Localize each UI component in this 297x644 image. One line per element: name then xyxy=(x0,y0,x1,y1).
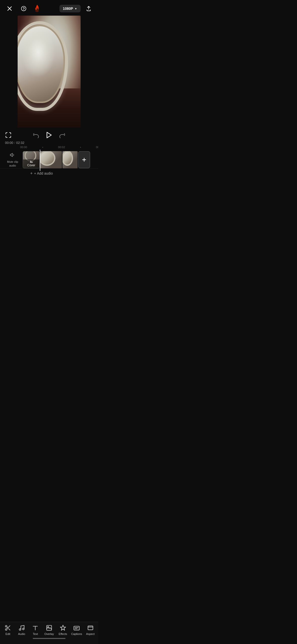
video-frame xyxy=(18,16,81,128)
svg-marker-5 xyxy=(47,132,51,138)
svg-point-7 xyxy=(30,161,31,162)
top-bar-right: 1080P ▼ xyxy=(59,4,93,13)
video-thumbnail xyxy=(18,16,81,128)
timeline-marker-0: 00:00 xyxy=(20,146,27,149)
playback-controls xyxy=(0,128,98,141)
clip-track-container: Mute clipaudio Cover xyxy=(0,150,98,180)
clip-thumb-1-oval xyxy=(40,151,55,166)
window-light-reflection xyxy=(21,27,56,77)
add-audio-label: + Add audio xyxy=(34,171,53,175)
help-button[interactable] xyxy=(19,4,28,13)
add-audio-plus-icon: + xyxy=(30,171,32,176)
playhead-line xyxy=(40,150,40,171)
timeline-marker-1: 00:02 xyxy=(58,146,65,149)
svg-marker-6 xyxy=(10,153,12,157)
time-separator: / xyxy=(14,141,15,145)
add-audio-row: + + Add audio xyxy=(0,168,98,178)
quality-label: 1080P xyxy=(63,7,73,11)
fullscreen-button[interactable] xyxy=(5,132,12,138)
timeline-ruler: 00:00 00:02 00 xyxy=(0,146,98,150)
clip-track: Mute clipaudio Cover xyxy=(0,151,98,168)
cover-label-wrap: Cover xyxy=(23,159,40,168)
cover-thumbnail[interactable]: Cover xyxy=(23,151,40,168)
timeline-dot-2 xyxy=(80,147,81,148)
timeline-marker-2: 00 xyxy=(96,146,98,149)
total-time: 02:32 xyxy=(16,141,24,145)
top-bar: 1080P ▼ xyxy=(0,0,98,16)
brand-flame-icon xyxy=(33,4,41,13)
close-button[interactable] xyxy=(5,4,14,13)
undo-button[interactable] xyxy=(33,132,39,138)
video-preview xyxy=(0,16,98,128)
add-clip-button[interactable] xyxy=(78,151,90,168)
clip-thumb-2[interactable] xyxy=(62,151,78,168)
quality-selector[interactable]: 1080P ▼ xyxy=(59,5,81,12)
playback-center xyxy=(33,131,65,139)
svg-point-3 xyxy=(24,10,24,10)
svg-point-4 xyxy=(35,10,39,12)
timeline-dot-1 xyxy=(42,147,43,148)
redo-button[interactable] xyxy=(59,132,65,138)
content-spacer xyxy=(0,180,98,195)
timeline-playhead-container xyxy=(40,151,98,168)
quality-arrow-icon: ▼ xyxy=(75,7,77,10)
top-bar-left xyxy=(5,4,41,13)
export-button[interactable] xyxy=(84,4,93,13)
add-audio-button[interactable]: + + Add audio xyxy=(30,171,53,176)
mute-label: Mute clipaudio xyxy=(7,160,18,167)
play-button[interactable] xyxy=(45,131,53,139)
clip-thumb-2-oval xyxy=(62,151,73,166)
cover-label: Cover xyxy=(27,164,35,167)
mute-control: Mute clipaudio xyxy=(5,152,20,167)
timeline-clips[interactable] xyxy=(40,151,90,168)
timeline-time: 00:00 / 02:32 xyxy=(0,141,98,146)
mute-button[interactable] xyxy=(10,152,15,158)
current-time: 00:00 xyxy=(5,141,13,145)
clip-thumb-1[interactable] xyxy=(40,151,62,168)
